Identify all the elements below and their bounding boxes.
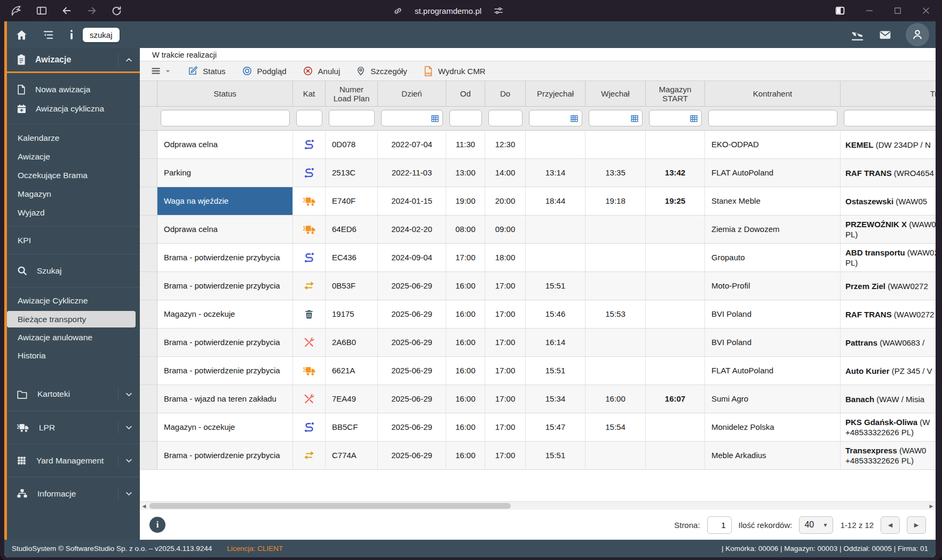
info-circle-button[interactable]: i	[149, 517, 165, 533]
table-row[interactable]: Parking2513C2022-11-0313:0014:0013:1413:…	[140, 159, 936, 187]
sidebar-item-awizacje[interactable]: Awizacje	[7, 147, 140, 166]
search-tooltip[interactable]: szukaj	[83, 28, 120, 42]
maximize-icon[interactable]	[893, 6, 903, 15]
chevron-down-icon[interactable]	[125, 490, 133, 498]
sidebar-group-lpr[interactable]: LPR	[7, 411, 140, 444]
sidebar-item-nowa-awizacja[interactable]: Nowa awizacja	[7, 80, 140, 99]
row-handle-cell	[140, 357, 157, 385]
table-row[interactable]: Brama - potwierdzenie przybyciaEC4362024…	[140, 244, 936, 272]
prev-page-button[interactable]: ◀	[881, 516, 900, 534]
anuluj-button[interactable]: Anuluj	[295, 63, 349, 79]
forward-icon[interactable]	[86, 5, 98, 17]
address-bar[interactable]: st.programdemo.pl	[393, 5, 504, 16]
od-cell: 16:00	[446, 442, 485, 469]
tab-w-trakcie-realizacji[interactable]: W trakcie realizacji	[152, 51, 217, 59]
table-row[interactable]: Waga na wjeździeE740F2024-01-1519:0020:0…	[140, 187, 936, 215]
table-row[interactable]: Odprawa celna0D0782022-07-0411:3012:30EK…	[140, 131, 936, 159]
scroll-right-arrow[interactable]: ▶	[927, 503, 936, 509]
page-input[interactable]	[707, 516, 732, 534]
chevron-down-icon[interactable]	[125, 457, 133, 465]
browser-window: st.programdemo.pl szukaj	[0, 0, 942, 560]
sidebar-item-awizacja-cykliczna[interactable]: Awizacja cykliczna	[7, 99, 140, 118]
calendar-icon-dzien[interactable]	[431, 114, 439, 125]
do-cell: 17:00	[485, 272, 526, 300]
file-icon	[17, 84, 26, 95]
user-avatar-button[interactable]	[906, 23, 929, 46]
przyjechal-cell: 15:51	[526, 357, 585, 385]
browser-logo-icon[interactable]	[10, 4, 22, 17]
sidebar-links-2: Awizacje CykliczneBieżące transportyAwiz…	[7, 287, 140, 369]
sidebar-group-kartoteki[interactable]: Kartoteki	[7, 378, 140, 411]
table-row[interactable]: Magazyn - oczekuje191752025-06-2916:0017…	[140, 300, 936, 329]
info-icon[interactable]	[69, 29, 74, 41]
per-page-select[interactable]: 40 ▼	[799, 516, 833, 534]
filter-input-kat[interactable]	[296, 110, 322, 126]
hamburger-icon	[151, 66, 161, 76]
split-view-icon[interactable]	[834, 5, 846, 17]
podgląd-button[interactable]: Podgląd	[234, 63, 295, 79]
plane-landing-icon[interactable]	[850, 28, 865, 42]
close-icon[interactable]	[921, 5, 931, 16]
table-row[interactable]: Brama - potwierdzenie przybyciaC774A2025…	[140, 442, 936, 470]
tune-icon[interactable]	[493, 5, 504, 16]
sidebar-item-wyjazd[interactable]: Wyjazd	[7, 203, 140, 222]
status-cell: Brama - wjazd na teren zakładu	[157, 385, 293, 413]
filter-input-numer[interactable]	[329, 110, 375, 126]
collapse-menu-icon[interactable]	[42, 29, 54, 41]
sidebar-item-kalendarze[interactable]: Kalendarze	[7, 129, 140, 147]
sidebar-group-yard-management[interactable]: Yard Management	[7, 444, 140, 477]
szczegóły-button[interactable]: Szczegóły	[348, 63, 415, 79]
sidebar-toggle-icon[interactable]	[36, 5, 48, 17]
table-row[interactable]: Brama - potwierdzenie przybycia0B53F2025…	[140, 272, 936, 300]
filter-input-transport[interactable]	[844, 110, 936, 126]
minimize-icon[interactable]	[864, 5, 875, 16]
sidebar-section-awizacje[interactable]: Awizacje	[7, 48, 140, 73]
column-header-przyjechal: Przyjechał	[526, 81, 585, 107]
filter-input-kontrahent[interactable]	[708, 110, 837, 126]
do-cell: 17:00	[485, 442, 526, 469]
table-row[interactable]: Magazyn - oczekujeBB5CF2025-06-2916:0017…	[140, 413, 936, 442]
reload-icon[interactable]	[111, 5, 122, 17]
sidebar-item-szukaj[interactable]: Szukaj	[7, 259, 140, 283]
chevron-down-icon[interactable]	[125, 390, 133, 398]
chevron-up-icon[interactable]	[125, 56, 133, 64]
transport-cell: Transexpress (WAW0+48533322626 PL)	[841, 442, 936, 469]
envelope-icon[interactable]	[878, 28, 892, 42]
filter-input-od[interactable]	[449, 110, 482, 126]
chevron-down-icon[interactable]	[125, 423, 133, 431]
przyjechal-cell: 18:44	[526, 187, 585, 215]
wydruk-cmr-button[interactable]: PDFWydruk CMR	[415, 63, 494, 79]
window-controls	[834, 5, 942, 17]
calendar-icon-wjechal[interactable]	[630, 114, 639, 125]
sidebar-group-informacje[interactable]: Informacje	[7, 477, 140, 510]
sidebar-item-oczekujące-brama[interactable]: Oczekujące Brama	[7, 166, 140, 185]
status-button[interactable]: Status	[179, 63, 234, 79]
sidebar-item-kpi[interactable]: KPI	[7, 231, 140, 250]
grid-menu-button[interactable]	[147, 66, 177, 76]
sidebar-item-awizacje-cykliczne[interactable]: Awizacje Cykliczne	[7, 292, 140, 310]
table-row[interactable]: Odprawa celna64ED62024-02-2008:0009:00Zi…	[140, 215, 936, 244]
table-row[interactable]: Brama - potwierdzenie przybycia6621A2025…	[140, 357, 936, 385]
sidebar-item-historia[interactable]: Historia	[7, 347, 140, 365]
home-icon[interactable]	[15, 29, 28, 41]
do-cell: 17:00	[485, 385, 526, 413]
sidebar-item-magazyn[interactable]: Magazyn	[7, 185, 140, 203]
calendar-icon-magazyn_start[interactable]	[690, 114, 698, 125]
filter-input-status[interactable]	[161, 110, 290, 126]
scroll-left-arrow[interactable]: ◀	[140, 503, 148, 509]
sidebar-item-awizacje-anulowane[interactable]: Awizacje anulowane	[7, 329, 140, 347]
transport-cell: ABD transportu (WAW0272626 /PL)	[841, 244, 936, 271]
select-caret-icon: ▼	[823, 522, 828, 528]
url-text[interactable]: st.programdemo.pl	[415, 6, 481, 15]
toolbar-button-label: Podgląd	[257, 67, 287, 76]
filter-input-do[interactable]	[488, 110, 523, 126]
horizontal-scrollbar[interactable]: ◀ ▶	[140, 501, 936, 510]
next-page-button[interactable]: ▶	[907, 516, 926, 534]
calendar-icon-przyjechal[interactable]	[570, 114, 579, 125]
sidebar-item-bieżące-transporty[interactable]: Bieżące transporty	[7, 311, 136, 327]
table-row[interactable]: Brama - wjazd na teren zakładu7EA492025-…	[140, 385, 936, 413]
scrollbar-thumb[interactable]	[149, 503, 511, 509]
back-icon[interactable]	[61, 5, 73, 17]
table-row[interactable]: Brama - potwierdzenie przybycia2A6B02025…	[140, 329, 936, 357]
transport-name: Przem Ziel	[845, 282, 885, 291]
